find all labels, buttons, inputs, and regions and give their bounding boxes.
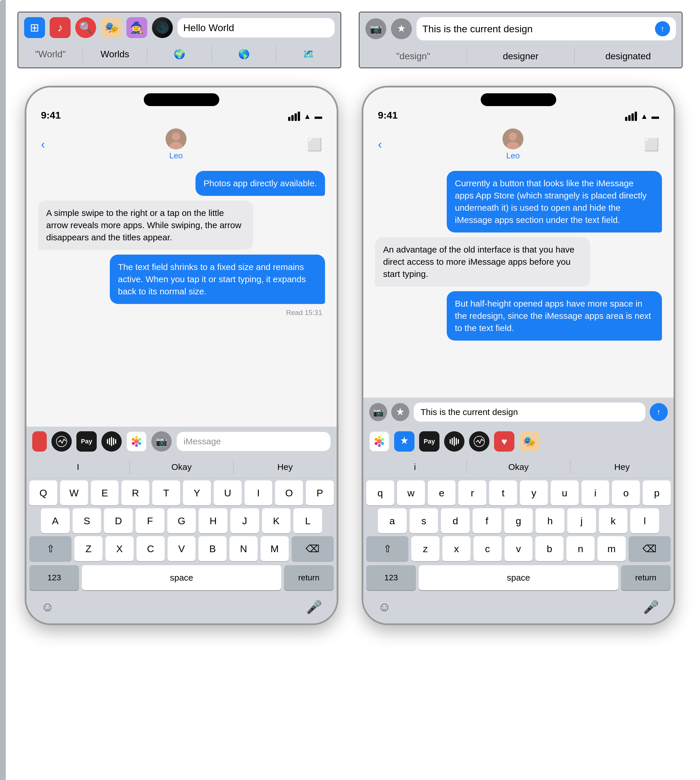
left-nav-center[interactable]: Leo [165, 129, 187, 160]
key-U[interactable]: U [214, 480, 242, 505]
left-suggestion-2[interactable]: Hey [233, 460, 337, 474]
left-suggestion-1[interactable]: Okay [130, 460, 233, 474]
key-E[interactable]: E [91, 480, 119, 505]
right-camera-btn[interactable]: 📷 [369, 403, 387, 421]
key-V[interactable]: V [168, 536, 196, 561]
left-app-audio[interactable] [102, 431, 122, 452]
suggestion-design-quoted[interactable]: "design" [360, 48, 467, 64]
left-emoji-icon[interactable]: ☺ [41, 600, 54, 615]
key-W[interactable]: W [60, 480, 88, 505]
app-store-icon[interactable]: ⊞ [24, 17, 45, 38]
right-strip-send-btn[interactable]: ↑ [655, 21, 670, 36]
suggestion-designer[interactable]: designer [467, 48, 575, 64]
key-k[interactable]: k [599, 508, 628, 533]
key-t[interactable]: t [489, 480, 517, 505]
key-S[interactable]: S [73, 508, 102, 533]
right-send-btn[interactable]: ↑ [650, 403, 668, 421]
right-app-activity[interactable] [469, 431, 489, 452]
key-a[interactable]: a [378, 508, 407, 533]
left-partial-icon[interactable] [32, 431, 47, 452]
key-J[interactable]: J [230, 508, 259, 533]
key-o[interactable]: o [612, 480, 640, 505]
right-app-photos[interactable] [369, 431, 390, 452]
music-icon[interactable]: ♪ [50, 17, 71, 38]
right-key-123[interactable]: 123 [366, 565, 416, 590]
right-app-heart[interactable]: ♥ [494, 431, 514, 452]
key-e[interactable]: e [428, 480, 456, 505]
left-app-applepay[interactable]: Pay [77, 431, 97, 452]
key-N[interactable]: N [230, 536, 258, 561]
key-return[interactable]: return [284, 565, 334, 590]
key-q[interactable]: q [366, 480, 394, 505]
key-m[interactable]: m [597, 536, 626, 561]
key-M[interactable]: M [260, 536, 289, 561]
key-s[interactable]: s [410, 508, 438, 533]
suggestion-worlds[interactable]: Worlds [83, 47, 147, 62]
key-123[interactable]: 123 [29, 565, 79, 590]
key-Z[interactable]: Z [74, 536, 103, 561]
right-app-audio[interactable] [444, 431, 465, 452]
key-j[interactable]: j [567, 508, 596, 533]
key-X[interactable]: X [105, 536, 133, 561]
key-G[interactable]: G [167, 508, 196, 533]
right-app-applepay[interactable]: Pay [419, 431, 440, 452]
suggestion-world-quoted[interactable]: "World" [18, 47, 83, 62]
suggestion-globe1[interactable]: 🌍 [147, 46, 212, 62]
suggestion-globe2[interactable]: 🌎 [212, 46, 276, 62]
right-strip-camera-btn[interactable]: 📷 [365, 18, 386, 39]
right-video-button[interactable]: ⬜ [644, 137, 659, 152]
left-back-button[interactable]: ‹ [41, 137, 45, 151]
left-app-activity[interactable] [52, 431, 72, 452]
left-app-photos[interactable] [127, 431, 147, 452]
key-Q[interactable]: Q [29, 480, 57, 505]
key-c[interactable]: c [473, 536, 502, 561]
key-space[interactable]: space [82, 565, 281, 590]
key-v[interactable]: v [505, 536, 533, 561]
key-Y[interactable]: Y [183, 480, 211, 505]
right-strip-input[interactable]: This is the current design ↑ [417, 17, 676, 40]
key-n[interactable]: n [567, 536, 595, 561]
right-suggestion-2[interactable]: Hey [570, 460, 673, 474]
right-nav-center[interactable]: Leo [502, 129, 523, 160]
key-I[interactable]: I [245, 480, 272, 505]
key-p[interactable]: p [643, 480, 671, 505]
right-strip-apps-btn[interactable] [391, 18, 412, 39]
right-key-space[interactable]: space [419, 565, 618, 590]
key-D[interactable]: D [104, 508, 133, 533]
right-key-shift[interactable]: ⇧ [366, 536, 408, 561]
suggestion-map[interactable]: 🗺️ [276, 46, 340, 62]
key-O[interactable]: O [275, 480, 303, 505]
sticker-icon-2[interactable]: 🧙 [127, 17, 147, 38]
key-w[interactable]: w [397, 480, 425, 505]
right-back-button[interactable]: ‹ [378, 137, 382, 151]
key-b[interactable]: b [535, 536, 563, 561]
sticker-icon-3[interactable]: 🌑 [152, 17, 173, 38]
right-key-delete[interactable]: ⌫ [628, 536, 671, 561]
key-y[interactable]: y [520, 480, 548, 505]
key-i[interactable]: i [582, 480, 609, 505]
key-H[interactable]: H [199, 508, 227, 533]
left-app-camera[interactable]: 📷 [151, 431, 172, 452]
key-x[interactable]: x [442, 536, 470, 561]
right-app-appstore[interactable] [394, 431, 415, 452]
right-imessage-input[interactable]: This is the current design [413, 402, 646, 422]
right-suggestion-0[interactable]: i [363, 460, 467, 474]
key-r[interactable]: r [458, 480, 486, 505]
key-L[interactable]: L [293, 508, 322, 533]
key-g[interactable]: g [504, 508, 533, 533]
key-d[interactable]: d [441, 508, 470, 533]
left-strip-input[interactable]: Hello World [177, 18, 335, 37]
right-key-return[interactable]: return [621, 565, 671, 590]
key-A[interactable]: A [41, 508, 70, 533]
right-app-sticker[interactable]: 🎭 [519, 431, 539, 452]
key-u[interactable]: u [551, 480, 578, 505]
key-shift[interactable]: ⇧ [29, 536, 72, 561]
left-video-button[interactable]: ⬜ [307, 137, 322, 152]
sticker-icon-1[interactable]: 🎭 [101, 17, 122, 38]
key-B[interactable]: B [198, 536, 227, 561]
key-F[interactable]: F [136, 508, 164, 533]
suggestion-designated[interactable]: designated [575, 48, 682, 64]
key-delete[interactable]: ⌫ [292, 536, 334, 561]
key-P[interactable]: P [306, 480, 334, 505]
left-suggestion-0[interactable]: I [27, 460, 130, 474]
